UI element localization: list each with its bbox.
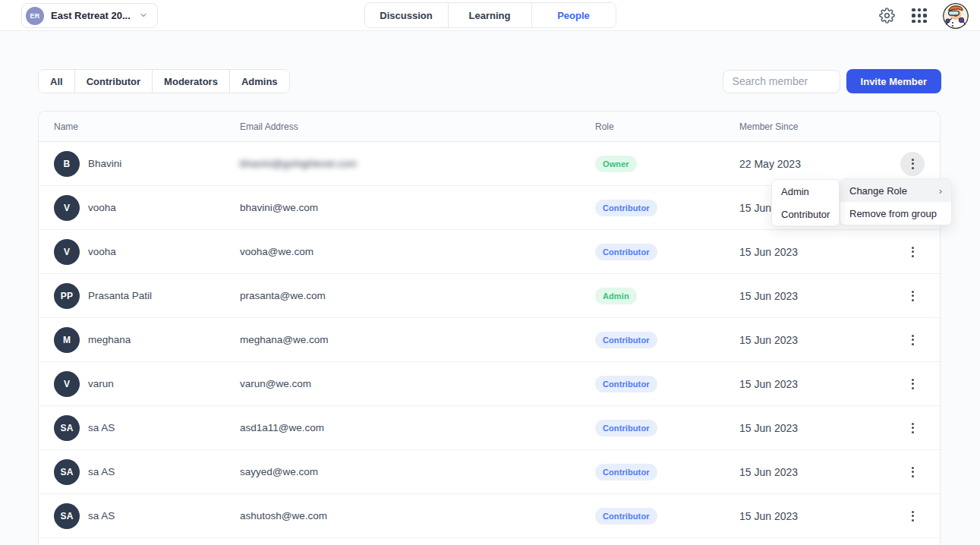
context-menu-item[interactable]: Remove from group xyxy=(840,202,951,225)
member-since-date: 15 Jun 2023 xyxy=(739,510,885,522)
member-email: varun@we.com xyxy=(240,378,595,389)
row-actions-kebab-menu[interactable] xyxy=(900,328,925,352)
table-row: SA sa AS sayyed@we.com Contributor 15 Ju… xyxy=(39,450,940,494)
column-header-email: Email Address xyxy=(240,121,595,132)
role-badge: Contributor xyxy=(595,376,657,392)
row-actions-kebab-menu[interactable] xyxy=(900,152,925,176)
row-actions-kebab-menu[interactable] xyxy=(900,460,925,484)
role-filter-tab[interactable]: Moderators xyxy=(153,70,230,93)
member-avatar: V xyxy=(54,239,80,265)
main-nav-tabs: DiscussionLearningPeople xyxy=(364,2,616,28)
topbar-actions xyxy=(878,0,969,31)
search-member-input[interactable] xyxy=(723,70,840,93)
role-badge: Contributor xyxy=(595,508,657,525)
table-row: V vooha vooha@we.com Contributor 15 Jun … xyxy=(39,230,940,274)
nav-tab[interactable]: People xyxy=(532,3,616,27)
submenu-chevron-right-icon: › xyxy=(939,185,942,197)
member-since-date: 15 Jun 2023 xyxy=(739,290,885,302)
member-since-date: 15 Jun 2023 xyxy=(739,422,885,434)
table-row: V varun varun@we.com Contributor 15 Jun … xyxy=(39,362,940,406)
member-avatar: V xyxy=(54,371,80,397)
role-filter-tab[interactable]: Admins xyxy=(230,70,289,93)
row-actions-kebab-menu[interactable] xyxy=(900,416,925,440)
column-header-member-since: Member Since xyxy=(739,121,885,132)
member-email: bhavini@gohighlevel.com xyxy=(240,158,595,169)
member-name: vooha xyxy=(88,202,116,213)
table-row: SA sa AS ashutosh@we.com Contributor 15 … xyxy=(39,494,940,538)
member-since-date: 22 May 2023 xyxy=(739,158,885,170)
member-name: Bhavini xyxy=(88,158,121,169)
member-avatar: M xyxy=(54,327,80,353)
table-row: SA sa AS asd1a11@we.com Contributor 15 J… xyxy=(39,406,940,450)
submenu-role-option[interactable]: Admin xyxy=(772,180,839,203)
row-actions-kebab-menu[interactable] xyxy=(900,240,925,264)
group-avatar-badge: ER xyxy=(26,7,44,25)
row-context-menu: Change Role › Remove from group xyxy=(840,178,952,225)
member-name: sa AS xyxy=(88,510,115,521)
column-header-role: Role xyxy=(595,121,739,132)
table-row: PP Prasanta Patil prasanta@we.com Admin … xyxy=(39,274,940,318)
member-email: vooha@we.com xyxy=(240,246,595,257)
member-avatar: V xyxy=(54,195,80,221)
member-avatar: SA xyxy=(54,503,80,529)
user-avatar[interactable] xyxy=(943,3,969,29)
member-name: sa AS xyxy=(88,422,115,433)
member-email: asd1a11@we.com xyxy=(240,422,595,433)
role-badge: Contributor xyxy=(595,332,657,348)
apps-grid-icon[interactable] xyxy=(910,7,928,25)
table-row: M meghana meghana@we.com Contributor 15 … xyxy=(39,318,940,362)
role-badge: Contributor xyxy=(595,200,657,216)
member-name: varun xyxy=(88,378,114,389)
row-actions-kebab-menu[interactable] xyxy=(900,284,925,308)
member-since-date: 15 Jun 2023 xyxy=(739,378,885,390)
role-filter-tab[interactable]: All xyxy=(39,70,75,93)
role-filter-tabs: AllContributorModeratorsAdmins xyxy=(38,69,290,93)
role-badge: Admin xyxy=(595,288,637,304)
member-since-date: 15 Jun 2023 xyxy=(739,466,885,478)
nav-tab[interactable]: Discussion xyxy=(365,3,449,27)
member-avatar: SA xyxy=(54,415,80,441)
members-toolbar: AllContributorModeratorsAdmins Invite Me… xyxy=(38,69,941,94)
members-table: Name Email Address Role Member Since B B… xyxy=(38,111,941,545)
member-email: sayyed@we.com xyxy=(240,466,595,477)
table-header-row: Name Email Address Role Member Since xyxy=(39,112,940,142)
row-actions-kebab-menu[interactable] xyxy=(900,504,925,528)
role-badge: Contributor xyxy=(595,420,657,436)
member-name: sa AS xyxy=(88,466,115,477)
submenu-role-option[interactable]: Contributor xyxy=(772,203,839,225)
nav-tab[interactable]: Learning xyxy=(449,3,532,27)
row-actions-kebab-menu[interactable] xyxy=(900,372,925,396)
role-badge: Contributor xyxy=(595,244,657,260)
member-avatar: PP xyxy=(54,283,80,309)
role-badge: Owner xyxy=(595,156,637,172)
member-avatar: SA xyxy=(54,459,80,485)
context-menu-item[interactable]: Change Role › xyxy=(840,179,951,202)
member-email: bhavini@we.com xyxy=(240,202,595,213)
chevron-down-icon xyxy=(139,11,148,21)
role-badge: Contributor xyxy=(595,464,657,480)
member-email: prasanta@we.com xyxy=(240,290,595,301)
top-bar: ER East Retreat 20... DiscussionLearning… xyxy=(0,0,980,31)
member-name: vooha xyxy=(88,246,116,257)
member-avatar: B xyxy=(54,151,80,177)
member-email: ashutosh@we.com xyxy=(240,510,595,521)
member-since-date: 15 Jun 2023 xyxy=(739,246,885,258)
change-role-submenu: AdminContributor xyxy=(771,179,840,226)
settings-gear-icon[interactable] xyxy=(878,7,896,25)
member-email: meghana@we.com xyxy=(240,334,595,345)
column-header-name: Name xyxy=(54,121,240,132)
member-name: Prasanta Patil xyxy=(88,290,152,301)
member-since-date: 15 Jun 2023 xyxy=(739,334,885,346)
invite-member-button[interactable]: Invite Member xyxy=(846,69,941,93)
role-filter-tab[interactable]: Contributor xyxy=(75,70,153,93)
group-switcher-dropdown[interactable]: ER East Retreat 20... xyxy=(21,3,158,28)
group-name-label: East Retreat 20... xyxy=(51,10,131,21)
member-name: meghana xyxy=(88,334,131,345)
